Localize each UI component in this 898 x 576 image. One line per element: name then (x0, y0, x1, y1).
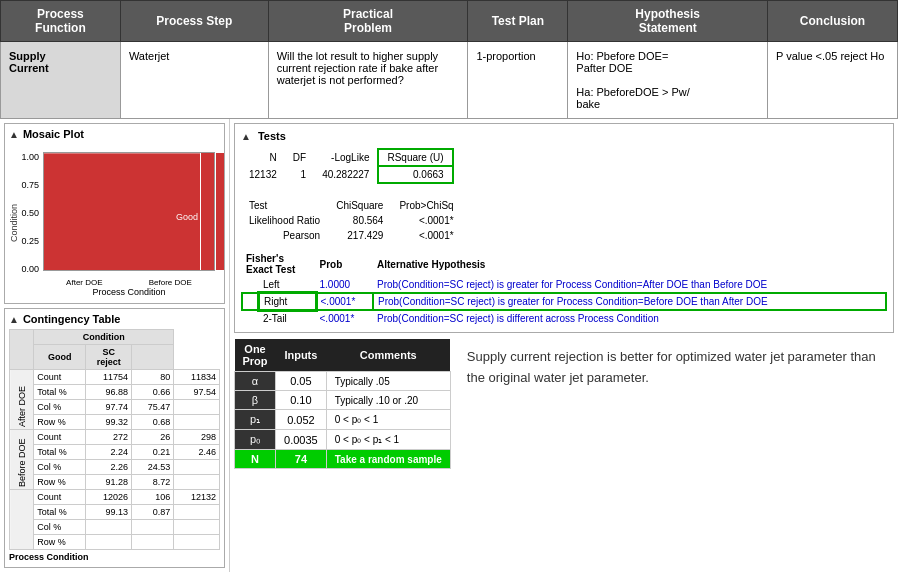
prop-param-3: p₀ (235, 430, 276, 450)
cont-col-screject: SCreject (86, 345, 132, 370)
mosaic-collapse[interactable]: ▲ (9, 129, 19, 140)
cont-col-good: Good (34, 345, 86, 370)
fisher-table: Fisher'sExact Test Prob Alternative Hypo… (241, 251, 887, 326)
cont-sublabel-1-1: Total % (34, 445, 86, 460)
cont-cell-2-0-1: 106 (132, 490, 174, 505)
cont-cell-0-3-0: 99.32 (86, 415, 132, 430)
cont-row-label-1: Before DOE (10, 430, 34, 490)
cont-sublabel-0-0: Count (34, 370, 86, 385)
chi-square-table: Test ChiSquare Prob>ChiSq Likelihood Rat… (241, 198, 462, 243)
prop-comment-3: 0 < p₀ < p₁ < 1 (326, 430, 450, 450)
contingency-section: ▲ Contingency Table Condition Good SCrej… (4, 308, 225, 568)
fisher-side-0: Left (259, 277, 316, 293)
mosaic-x-title: Process Condition (43, 287, 215, 297)
cont-sublabel-2-2: Col % (34, 520, 86, 535)
mosaic-bar-before-doe (200, 153, 214, 270)
chi-hdr-test: Test (241, 198, 328, 213)
tests-hdr-rsquare: RSquare (U) (378, 149, 452, 166)
cont-cell-0-0-1: 80 (132, 370, 174, 385)
cont-cell-0-2-1: 75.47 (132, 400, 174, 415)
fisher-empty-2 (242, 310, 259, 326)
cont-sublabel-0-3: Row % (34, 415, 86, 430)
tests-collapse[interactable]: ▲ (241, 131, 251, 142)
cont-sublabel-1-2: Col % (34, 460, 86, 475)
mosaic-y-title: Condition (9, 204, 19, 242)
tests-hdr-n: N (241, 149, 285, 166)
cont-cell-0-1-2: 97.54 (174, 385, 220, 400)
cell-practical-problem: Will the lot result to higher supply cur… (268, 42, 468, 119)
fisher-alt-1: Prob(Condition=SC reject) is greater for… (373, 293, 886, 310)
tests-hdr-df: DF (285, 149, 314, 166)
tests-stats-table: N DF -LogLike RSquare (U) 12132 1 40.282… (241, 148, 454, 184)
cont-cell-1-2-0: 2.26 (86, 460, 132, 475)
contingency-table: Condition Good SCreject After DOECount11… (9, 329, 220, 550)
cont-cell-0-3-2 (174, 415, 220, 430)
cont-col-condition: Condition (34, 330, 174, 345)
prop-param-1: β (235, 391, 276, 410)
cell-test-plan: 1-proportion (468, 42, 568, 119)
left-column: ▲ Mosaic Plot 1.00 0.75 0.50 0.25 0.00 C… (0, 119, 230, 572)
cont-cell-0-1-1: 0.66 (132, 385, 174, 400)
tests-val-n: 12132 (241, 166, 285, 183)
cell-process-step: Waterjet (120, 42, 268, 119)
cont-cell-0-2-2 (174, 400, 220, 415)
mosaic-section: ▲ Mosaic Plot 1.00 0.75 0.50 0.25 0.00 C… (4, 123, 225, 304)
prop-comment-0: Typically .05 (326, 372, 450, 391)
prop-value-2: 0.052 (276, 410, 327, 430)
prop-hdr-one-prop: One Prop (235, 339, 276, 372)
fisher-alt-0: Prob(Condition=SC reject) is greater for… (373, 277, 886, 293)
fisher-hdr-prob: Prob (316, 251, 373, 277)
cont-col-total (132, 345, 174, 370)
prop-hdr-inputs: Inputs (276, 339, 327, 372)
cont-cell-2-0-0: 12026 (86, 490, 132, 505)
chi-cell-1-0: Pearson (241, 228, 328, 243)
chi-cell-1-1: 217.429 (328, 228, 391, 243)
cont-cell-1-1-2: 2.46 (174, 445, 220, 460)
cont-cell-2-1-0: 99.13 (86, 505, 132, 520)
cont-sublabel-1-3: Row % (34, 475, 86, 490)
prop-comment-2: 0 < p₀ < 1 (326, 410, 450, 430)
chi-cell-0-2: <.0001* (391, 213, 461, 228)
contingency-title: ▲ Contingency Table (9, 313, 220, 325)
one-prop-table: One Prop Inputs Comments α0.05Typically … (234, 339, 451, 469)
prop-hdr-comments: Comments (326, 339, 450, 372)
cont-cell-1-3-2 (174, 475, 220, 490)
col-header-practical-problem: Practical Problem (268, 1, 468, 42)
cont-sublabel-1-0: Count (34, 430, 86, 445)
cont-cell-1-0-0: 272 (86, 430, 132, 445)
fisher-side-2: 2-Tail (259, 310, 316, 326)
prop-value-3: 0.0035 (276, 430, 327, 450)
cont-sublabel-0-2: Col % (34, 400, 86, 415)
fisher-prob-0: 1.0000 (316, 277, 373, 293)
contingency-collapse[interactable]: ▲ (9, 314, 19, 325)
col-header-process-step: Process Step (120, 1, 268, 42)
col-header-process-function: Process Function (1, 1, 121, 42)
col-header-conclusion: Conclusion (768, 1, 898, 42)
tests-title: ▲ Tests (241, 130, 887, 142)
fisher-side-1: Right (259, 293, 316, 310)
cont-row-label-0: After DOE (10, 370, 34, 430)
fisher-prob-2: <.0001* (316, 310, 373, 326)
prop-param-2: p₁ (235, 410, 276, 430)
cont-cell-0-3-1: 0.68 (132, 415, 174, 430)
tests-section: ▲ Tests N DF -LogLike RSquare (U) (234, 123, 894, 333)
cont-cell-1-2-2 (174, 460, 220, 475)
fisher-title: Fisher'sExact Test (242, 251, 316, 277)
cont-row-label-2 (10, 490, 34, 550)
cont-sublabel-2-3: Row % (34, 535, 86, 550)
cont-cell-2-1-2 (174, 505, 220, 520)
mosaic-bars: Good (43, 152, 215, 271)
tests-val-loglike: 40.282227 (314, 166, 378, 183)
chi-cell-0-1: 80.564 (328, 213, 391, 228)
cont-cell-1-3-0: 91.28 (86, 475, 132, 490)
cont-row-header-empty (10, 330, 34, 370)
cont-sublabel-2-1: Total % (34, 505, 86, 520)
cont-cell-0-2-0: 97.74 (86, 400, 132, 415)
tests-val-df: 1 (285, 166, 314, 183)
prop-value-0: 0.05 (276, 372, 327, 391)
cont-cell-2-3-0 (86, 535, 132, 550)
prop-comment-4: Take a random sample (326, 450, 450, 469)
prop-value-1: 0.10 (276, 391, 327, 410)
cont-row-labels: Process Condition (9, 552, 220, 562)
prop-comment-1: Typically .10 or .20 (326, 391, 450, 410)
